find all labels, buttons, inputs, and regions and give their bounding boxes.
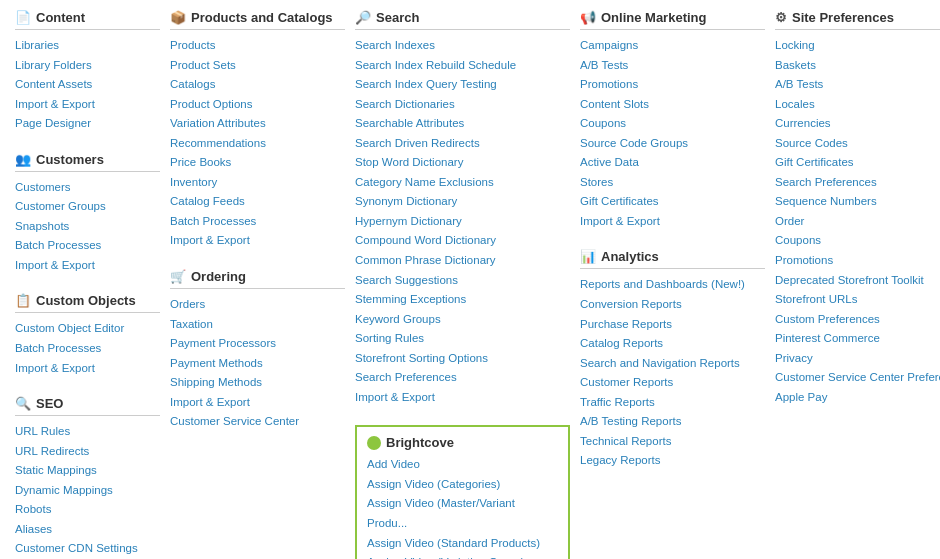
section-link[interactable]: Add Video — [367, 455, 558, 475]
section-link[interactable]: Pinterest Commerce — [775, 329, 940, 349]
section-link[interactable]: Inventory — [170, 173, 345, 193]
section-link[interactable]: Technical Reports — [580, 432, 765, 452]
section-link[interactable]: Import & Export — [170, 231, 345, 251]
section-link[interactable]: Active Data — [580, 153, 765, 173]
section-link[interactable]: Currencies — [775, 114, 940, 134]
section-link[interactable]: Search Suggestions — [355, 271, 570, 291]
section-link[interactable]: URL Rules — [15, 422, 160, 442]
section-link[interactable]: Gift Certificates — [775, 153, 940, 173]
section-link[interactable]: Products — [170, 36, 345, 56]
section-link[interactable]: Conversion Reports — [580, 295, 765, 315]
section-link[interactable]: Batch Processes — [170, 212, 345, 232]
section-link[interactable]: Search Driven Redirects — [355, 134, 570, 154]
section-link[interactable]: Libraries — [15, 36, 160, 56]
section-link[interactable]: Customer Reports — [580, 373, 765, 393]
section-link[interactable]: Recommendations — [170, 134, 345, 154]
section-link[interactable]: Gift Certificates — [580, 192, 765, 212]
section-link[interactable]: Catalog Feeds — [170, 192, 345, 212]
section-link[interactable]: Assign Video (Categories) — [367, 475, 558, 495]
section-link[interactable]: Catalogs — [170, 75, 345, 95]
section-link[interactable]: Promotions — [775, 251, 940, 271]
section-link[interactable]: Assign Video (Master/Variant Produ... — [367, 494, 558, 533]
section-link[interactable]: Searchable Attributes — [355, 114, 570, 134]
section-link[interactable]: Customers — [15, 178, 160, 198]
section-link[interactable]: Price Books — [170, 153, 345, 173]
section-link[interactable]: Search Indexes — [355, 36, 570, 56]
section-link[interactable]: Coupons — [580, 114, 765, 134]
section-link[interactable]: Privacy — [775, 349, 940, 369]
section-link[interactable]: Search Index Rebuild Schedule — [355, 56, 570, 76]
section-link[interactable]: Sequence Numbers — [775, 192, 940, 212]
section-link[interactable]: Baskets — [775, 56, 940, 76]
section-link[interactable]: Import & Export — [15, 359, 160, 379]
section-link[interactable]: Snapshots — [15, 217, 160, 237]
section-link[interactable]: Keyword Groups — [355, 310, 570, 330]
section-link[interactable]: Purchase Reports — [580, 315, 765, 335]
section-link[interactable]: Sorting Rules — [355, 329, 570, 349]
section-link[interactable]: Assign Video (Variation Group) — [367, 553, 558, 559]
section-link[interactable]: Import & Export — [355, 388, 570, 408]
section-link[interactable]: Hypernym Dictionary — [355, 212, 570, 232]
section-link[interactable]: Stemming Exceptions — [355, 290, 570, 310]
section-link[interactable]: Robots — [15, 500, 160, 520]
section-link[interactable]: Batch Processes — [15, 236, 160, 256]
section-link[interactable]: Category Name Exclusions — [355, 173, 570, 193]
section-link[interactable]: Library Folders — [15, 56, 160, 76]
section-link[interactable]: Product Sets — [170, 56, 345, 76]
section-link[interactable]: Source Codes — [775, 134, 940, 154]
section-link[interactable]: Custom Object Editor — [15, 319, 160, 339]
section-link[interactable]: Customer CDN Settings — [15, 539, 160, 559]
section-link[interactable]: Order — [775, 212, 940, 232]
section-link[interactable]: Traffic Reports — [580, 393, 765, 413]
section-link[interactable]: Content Assets — [15, 75, 160, 95]
section-link[interactable]: Taxation — [170, 315, 345, 335]
section-link[interactable]: Product Options — [170, 95, 345, 115]
section-link[interactable]: Common Phrase Dictionary — [355, 251, 570, 271]
section-link[interactable]: Batch Processes — [15, 339, 160, 359]
section-link[interactable]: Assign Video (Standard Products) — [367, 534, 558, 554]
section-link[interactable]: Search and Navigation Reports — [580, 354, 765, 374]
section-link[interactable]: Coupons — [775, 231, 940, 251]
section-link[interactable]: Import & Export — [580, 212, 765, 232]
section-link[interactable]: Legacy Reports — [580, 451, 765, 471]
section-link[interactable]: Customer Groups — [15, 197, 160, 217]
section-link[interactable]: A/B Testing Reports — [580, 412, 765, 432]
section-link[interactable]: Shipping Methods — [170, 373, 345, 393]
section-link[interactable]: Dynamic Mappings — [15, 481, 160, 501]
section-link[interactable]: Orders — [170, 295, 345, 315]
section-link[interactable]: Customer Service Center — [170, 412, 345, 432]
section-link[interactable]: Storefront URLs — [775, 290, 940, 310]
section-link[interactable]: Payment Methods — [170, 354, 345, 374]
section-link[interactable]: Apple Pay — [775, 388, 940, 408]
section-link[interactable]: Compound Word Dictionary — [355, 231, 570, 251]
section-link[interactable]: URL Redirects — [15, 442, 160, 462]
section-link[interactable]: Search Preferences — [355, 368, 570, 388]
section-link[interactable]: A/B Tests — [775, 75, 940, 95]
section-link[interactable]: Reports and Dashboards (New!) — [580, 275, 765, 295]
section-link[interactable]: Stores — [580, 173, 765, 193]
section-link[interactable]: Aliases — [15, 520, 160, 540]
section-link[interactable]: Custom Preferences — [775, 310, 940, 330]
section-link[interactable]: Variation Attributes — [170, 114, 345, 134]
section-link[interactable]: Content Slots — [580, 95, 765, 115]
section-link[interactable]: A/B Tests — [580, 56, 765, 76]
section-link[interactable]: Payment Processors — [170, 334, 345, 354]
section-link[interactable]: Campaigns — [580, 36, 765, 56]
section-link[interactable]: Catalog Reports — [580, 334, 765, 354]
section-link[interactable]: Locking — [775, 36, 940, 56]
section-link[interactable]: Search Preferences — [775, 173, 940, 193]
section-link[interactable]: Deprecated Storefront Toolkit — [775, 271, 940, 291]
section-link[interactable]: Import & Export — [15, 256, 160, 276]
section-link[interactable]: Search Index Query Testing — [355, 75, 570, 95]
section-link[interactable]: Synonym Dictionary — [355, 192, 570, 212]
section-link[interactable]: Promotions — [580, 75, 765, 95]
section-link[interactable]: Page Designer — [15, 114, 160, 134]
section-link[interactable]: Import & Export — [170, 393, 345, 413]
section-link[interactable]: Customer Service Center Preferences — [775, 368, 940, 388]
section-link[interactable]: Import & Export — [15, 95, 160, 115]
section-link[interactable]: Static Mappings — [15, 461, 160, 481]
section-link[interactable]: Search Dictionaries — [355, 95, 570, 115]
section-link[interactable]: Storefront Sorting Options — [355, 349, 570, 369]
section-link[interactable]: Stop Word Dictionary — [355, 153, 570, 173]
section-link[interactable]: Source Code Groups — [580, 134, 765, 154]
